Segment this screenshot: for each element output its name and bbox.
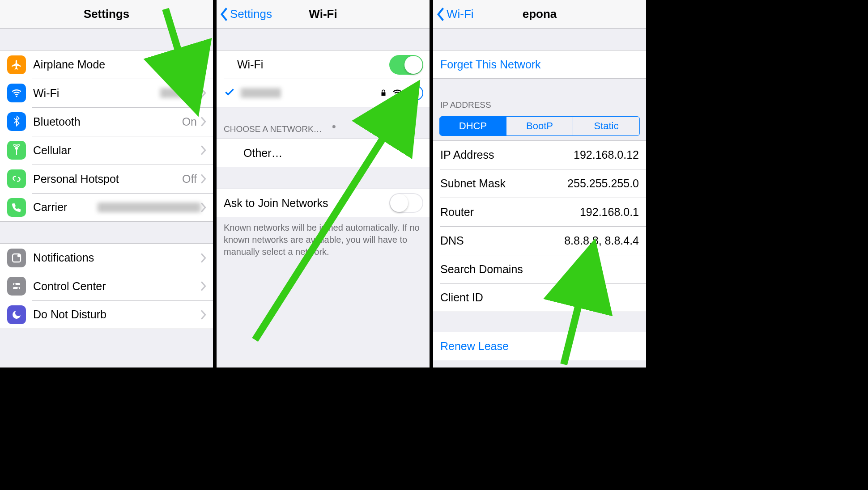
- forget-group: Forget This Network: [433, 50, 646, 79]
- row-dnd[interactable]: Do Not Disturb: [0, 300, 213, 329]
- row-hotspot[interactable]: Personal Hotspot Off: [0, 165, 213, 193]
- svg-point-0: [16, 96, 17, 97]
- value: 255.255.255.0: [567, 177, 639, 190]
- row-control-center[interactable]: Control Center: [0, 272, 213, 300]
- segment-bootp[interactable]: BootP: [506, 117, 573, 135]
- navbar: Wi-Fi epona: [433, 0, 646, 29]
- row-label: Personal Hotspot: [33, 173, 119, 186]
- ask-to-join-row[interactable]: Ask to Join Networks: [217, 189, 430, 217]
- chevron-right-icon: [200, 117, 207, 127]
- row-cellular[interactable]: Cellular: [0, 136, 213, 165]
- back-button[interactable]: Wi-Fi: [433, 7, 474, 21]
- redacted-carrier-name: [98, 203, 200, 212]
- row-wifi[interactable]: Wi-Fi: [0, 79, 213, 107]
- other-network-row[interactable]: Other…: [217, 139, 430, 167]
- row-dns[interactable]: DNS 8.8.8.8, 8.8.4.4: [433, 226, 646, 255]
- row-label: Other…: [243, 147, 283, 160]
- carrier-icon: [7, 198, 26, 217]
- wifi-toggle-group: Wi-Fi i: [217, 50, 430, 107]
- row-label: Wi-Fi: [33, 87, 59, 100]
- segment-dhcp[interactable]: DHCP: [440, 117, 506, 135]
- redacted-network-name: [241, 88, 281, 98]
- controlcenter-icon: [7, 277, 26, 296]
- row-value: Off: [182, 173, 197, 186]
- chevron-right-icon: [200, 281, 207, 291]
- svg-point-8: [396, 95, 398, 97]
- row-label: Do Not Disturb: [33, 308, 106, 321]
- row-subnet-mask[interactable]: Subnet Mask 255.255.255.0: [433, 169, 646, 198]
- svg-point-7: [17, 287, 19, 289]
- row-label: Ask to Join Networks: [224, 197, 328, 210]
- ask-join-footer: Known networks will be joined automatica…: [217, 217, 430, 262]
- network-details-panel: Wi-Fi epona Forget This Network IP ADDRE…: [433, 0, 650, 368]
- connected-network-row[interactable]: i: [217, 79, 430, 107]
- row-bluetooth[interactable]: Bluetooth On: [0, 107, 213, 136]
- notifications-icon: [7, 249, 26, 267]
- wifi-toggle-row[interactable]: Wi-Fi: [217, 50, 430, 79]
- wifi-signal-icon: [392, 88, 403, 98]
- row-carrier[interactable]: Carrier: [0, 193, 213, 222]
- airplane-icon: [7, 55, 26, 74]
- row-value: On: [182, 115, 197, 128]
- back-label: Wi-Fi: [447, 7, 474, 21]
- row-label: Cellular: [33, 144, 71, 157]
- value: 192.168.0.12: [574, 148, 639, 161]
- row-label: Bluetooth: [33, 115, 81, 128]
- segment-static[interactable]: Static: [573, 117, 639, 135]
- settings-group-system: Notifications Control Center Do Not Dist…: [0, 243, 213, 329]
- svg-point-3: [17, 254, 20, 257]
- row-search-domains[interactable]: Search Domains: [433, 255, 646, 283]
- cellular-icon: [7, 141, 26, 160]
- spinner-icon: [328, 123, 339, 135]
- redacted-network-name: [160, 88, 200, 98]
- checkmark-icon: [224, 86, 236, 100]
- row-notifications[interactable]: Notifications: [0, 243, 213, 272]
- navbar: Settings Wi-Fi: [217, 0, 430, 29]
- page-title: Settings: [0, 7, 213, 21]
- ip-address-header: IP ADDRESS: [433, 97, 646, 114]
- chevron-right-icon: [200, 310, 207, 320]
- ask-join-group: Ask to Join Networks: [217, 189, 430, 217]
- info-button[interactable]: i: [408, 85, 423, 101]
- svg-point-6: [14, 283, 16, 285]
- ip-config-segmented: DHCP BootP Static: [439, 116, 640, 136]
- value: 8.8.8.8, 8.8.4.4: [564, 234, 639, 247]
- wifi-toggle[interactable]: [389, 55, 423, 75]
- row-ip-address[interactable]: IP Address 192.168.0.12: [433, 140, 646, 169]
- dnd-icon: [7, 305, 26, 324]
- row-client-id[interactable]: Client ID: [433, 283, 646, 312]
- row-label: Airplane Mode: [33, 58, 105, 71]
- row-label: Carrier: [33, 201, 67, 214]
- value: 192.168.0.1: [580, 206, 639, 219]
- ip-details-group: IP Address 192.168.0.12 Subnet Mask 255.…: [433, 140, 646, 312]
- row-router[interactable]: Router 192.168.0.1: [433, 198, 646, 226]
- ask-to-join-toggle[interactable]: [389, 193, 423, 213]
- svg-point-1: [16, 148, 17, 149]
- renew-group: Renew Lease: [433, 332, 646, 360]
- settings-panel: Settings Airplane Mode Wi-Fi Blu: [0, 0, 217, 368]
- row-label: Wi-Fi: [237, 58, 263, 71]
- navbar: Settings: [0, 0, 213, 29]
- back-label: Settings: [230, 7, 272, 21]
- chevron-right-icon: [200, 88, 207, 98]
- wifi-icon: [7, 84, 26, 102]
- chevron-right-icon: [200, 203, 207, 212]
- wifi-panel: Settings Wi-Fi Wi-Fi i CHOOSE A NETWORK…: [217, 0, 433, 368]
- row-label: Control Center: [33, 280, 106, 293]
- forget-network-button[interactable]: Forget This Network: [433, 50, 646, 79]
- choose-network-group: Other…: [217, 139, 430, 167]
- row-airplane-mode[interactable]: Airplane Mode: [0, 50, 213, 79]
- hotspot-icon: [7, 169, 26, 188]
- chevron-right-icon: [200, 174, 207, 184]
- chevron-right-icon: [200, 145, 207, 155]
- row-label: Notifications: [33, 251, 94, 264]
- choose-network-header: CHOOSE A NETWORK…: [217, 120, 430, 139]
- renew-lease-button[interactable]: Renew Lease: [433, 332, 646, 360]
- back-button[interactable]: Settings: [217, 7, 272, 21]
- lock-icon: [379, 89, 387, 97]
- chevron-right-icon: [200, 253, 207, 263]
- settings-group-network: Airplane Mode Wi-Fi Bluetooth On: [0, 50, 213, 222]
- airplane-toggle[interactable]: [173, 55, 207, 75]
- bluetooth-icon: [7, 112, 26, 131]
